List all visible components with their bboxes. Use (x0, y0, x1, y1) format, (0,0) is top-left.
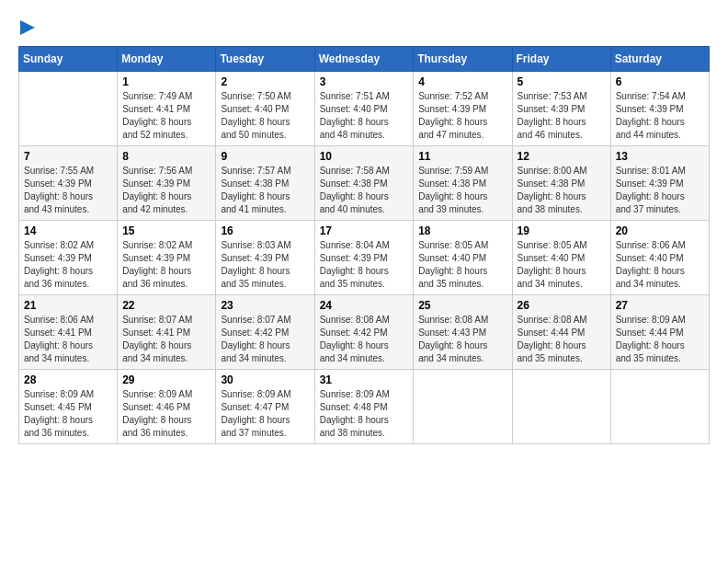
column-header-thursday: Thursday (414, 47, 512, 72)
calendar-cell: 9Sunrise: 7:57 AM Sunset: 4:38 PM Daylig… (216, 146, 314, 221)
day-number: 30 (221, 373, 309, 386)
day-number: 9 (221, 150, 309, 163)
day-number: 24 (320, 299, 409, 312)
calendar-cell: 25Sunrise: 8:08 AM Sunset: 4:43 PM Dayli… (414, 295, 512, 370)
day-number: 19 (518, 224, 606, 237)
day-info: Sunrise: 8:08 AM Sunset: 4:42 PM Dayligh… (320, 314, 409, 365)
day-info: Sunrise: 7:54 AM Sunset: 4:39 PM Dayligh… (616, 90, 704, 142)
day-info: Sunrise: 8:04 AM Sunset: 4:39 PM Dayligh… (320, 239, 409, 291)
calendar-cell: 2Sunrise: 7:50 AM Sunset: 4:40 PM Daylig… (216, 72, 314, 146)
calendar-cell: 4Sunrise: 7:52 AM Sunset: 4:39 PM Daylig… (414, 72, 512, 146)
day-number: 10 (320, 150, 409, 163)
svg-marker-0 (20, 20, 35, 35)
calendar-cell: 21Sunrise: 8:06 AM Sunset: 4:41 PM Dayli… (19, 295, 118, 370)
calendar-cell: 16Sunrise: 8:03 AM Sunset: 4:39 PM Dayli… (216, 221, 314, 295)
day-info: Sunrise: 8:07 AM Sunset: 4:42 PM Dayligh… (221, 314, 309, 365)
day-number: 6 (616, 75, 704, 88)
calendar-cell: 29Sunrise: 8:09 AM Sunset: 4:46 PM Dayli… (118, 370, 216, 444)
day-info: Sunrise: 7:52 AM Sunset: 4:39 PM Dayligh… (418, 90, 506, 142)
calendar-cell: 12Sunrise: 8:00 AM Sunset: 4:38 PM Dayli… (512, 146, 610, 221)
day-info: Sunrise: 8:03 AM Sunset: 4:39 PM Dayligh… (221, 239, 309, 291)
day-number: 5 (518, 75, 606, 88)
calendar-cell: 31Sunrise: 8:09 AM Sunset: 4:48 PM Dayli… (314, 370, 414, 444)
logo-icon (18, 18, 37, 37)
day-number: 20 (616, 224, 704, 237)
page-header (18, 18, 710, 37)
calendar-cell: 7Sunrise: 7:55 AM Sunset: 4:39 PM Daylig… (19, 146, 118, 221)
calendar-cell: 14Sunrise: 8:02 AM Sunset: 4:39 PM Dayli… (19, 221, 118, 295)
calendar-week-5: 28Sunrise: 8:09 AM Sunset: 4:45 PM Dayli… (19, 370, 710, 444)
calendar-cell: 19Sunrise: 8:05 AM Sunset: 4:40 PM Dayli… (512, 221, 610, 295)
day-info: Sunrise: 7:59 AM Sunset: 4:38 PM Dayligh… (418, 165, 506, 216)
day-info: Sunrise: 8:01 AM Sunset: 4:39 PM Dayligh… (616, 165, 704, 216)
day-number: 18 (418, 224, 506, 237)
day-info: Sunrise: 8:09 AM Sunset: 4:44 PM Dayligh… (616, 314, 704, 365)
day-info: Sunrise: 8:06 AM Sunset: 4:40 PM Dayligh… (616, 239, 704, 291)
logo (18, 18, 37, 37)
calendar-cell: 10Sunrise: 7:58 AM Sunset: 4:38 PM Dayli… (314, 146, 414, 221)
day-info: Sunrise: 7:58 AM Sunset: 4:38 PM Dayligh… (320, 165, 409, 216)
day-number: 4 (418, 75, 506, 88)
day-number: 7 (24, 150, 112, 163)
column-header-sunday: Sunday (19, 47, 118, 72)
day-number: 29 (122, 373, 210, 386)
calendar-cell (19, 72, 118, 146)
day-number: 8 (122, 150, 210, 163)
day-info: Sunrise: 8:02 AM Sunset: 4:39 PM Dayligh… (24, 239, 112, 291)
calendar-week-2: 7Sunrise: 7:55 AM Sunset: 4:39 PM Daylig… (19, 146, 710, 221)
day-info: Sunrise: 7:53 AM Sunset: 4:39 PM Dayligh… (518, 90, 606, 142)
calendar-cell: 5Sunrise: 7:53 AM Sunset: 4:39 PM Daylig… (512, 72, 610, 146)
calendar-cell (414, 370, 512, 444)
day-number: 21 (24, 299, 112, 312)
day-number: 31 (320, 373, 409, 386)
day-number: 23 (221, 299, 309, 312)
day-number: 2 (221, 75, 309, 88)
day-info: Sunrise: 8:09 AM Sunset: 4:45 PM Dayligh… (24, 388, 112, 440)
calendar-cell: 6Sunrise: 7:54 AM Sunset: 4:39 PM Daylig… (610, 72, 709, 146)
day-info: Sunrise: 8:06 AM Sunset: 4:41 PM Dayligh… (24, 314, 112, 365)
calendar-table: SundayMondayTuesdayWednesdayThursdayFrid… (18, 46, 710, 444)
day-info: Sunrise: 8:00 AM Sunset: 4:38 PM Dayligh… (518, 165, 606, 216)
day-info: Sunrise: 8:07 AM Sunset: 4:41 PM Dayligh… (122, 314, 210, 365)
calendar-cell: 20Sunrise: 8:06 AM Sunset: 4:40 PM Dayli… (610, 221, 709, 295)
day-info: Sunrise: 7:56 AM Sunset: 4:39 PM Dayligh… (122, 165, 210, 216)
calendar-cell: 27Sunrise: 8:09 AM Sunset: 4:44 PM Dayli… (610, 295, 709, 370)
day-info: Sunrise: 8:08 AM Sunset: 4:44 PM Dayligh… (518, 314, 606, 365)
column-header-saturday: Saturday (610, 47, 709, 72)
day-number: 28 (24, 373, 112, 386)
day-info: Sunrise: 8:02 AM Sunset: 4:39 PM Dayligh… (122, 239, 210, 291)
day-info: Sunrise: 8:05 AM Sunset: 4:40 PM Dayligh… (518, 239, 606, 291)
calendar-header-row: SundayMondayTuesdayWednesdayThursdayFrid… (19, 47, 710, 72)
day-number: 11 (418, 150, 506, 163)
calendar-week-4: 21Sunrise: 8:06 AM Sunset: 4:41 PM Dayli… (19, 295, 710, 370)
day-info: Sunrise: 8:05 AM Sunset: 4:40 PM Dayligh… (418, 239, 506, 291)
calendar-cell: 23Sunrise: 8:07 AM Sunset: 4:42 PM Dayli… (216, 295, 314, 370)
calendar-cell: 15Sunrise: 8:02 AM Sunset: 4:39 PM Dayli… (118, 221, 216, 295)
day-number: 25 (418, 299, 506, 312)
day-info: Sunrise: 8:08 AM Sunset: 4:43 PM Dayligh… (418, 314, 506, 365)
calendar-cell (512, 370, 610, 444)
column-header-tuesday: Tuesday (216, 47, 314, 72)
calendar-cell: 18Sunrise: 8:05 AM Sunset: 4:40 PM Dayli… (414, 221, 512, 295)
day-number: 17 (320, 224, 409, 237)
day-info: Sunrise: 7:51 AM Sunset: 4:40 PM Dayligh… (320, 90, 409, 142)
day-number: 1 (122, 75, 210, 88)
calendar-week-1: 1Sunrise: 7:49 AM Sunset: 4:41 PM Daylig… (19, 72, 710, 146)
day-info: Sunrise: 8:09 AM Sunset: 4:47 PM Dayligh… (221, 388, 309, 440)
day-number: 22 (122, 299, 210, 312)
day-info: Sunrise: 7:55 AM Sunset: 4:39 PM Dayligh… (24, 165, 112, 216)
calendar-cell: 22Sunrise: 8:07 AM Sunset: 4:41 PM Dayli… (118, 295, 216, 370)
day-number: 14 (24, 224, 112, 237)
day-number: 13 (616, 150, 704, 163)
day-info: Sunrise: 7:50 AM Sunset: 4:40 PM Dayligh… (221, 90, 309, 142)
day-info: Sunrise: 8:09 AM Sunset: 4:46 PM Dayligh… (122, 388, 210, 440)
calendar-cell: 3Sunrise: 7:51 AM Sunset: 4:40 PM Daylig… (314, 72, 414, 146)
column-header-monday: Monday (118, 47, 216, 72)
day-info: Sunrise: 7:57 AM Sunset: 4:38 PM Dayligh… (221, 165, 309, 216)
calendar-cell: 17Sunrise: 8:04 AM Sunset: 4:39 PM Dayli… (314, 221, 414, 295)
calendar-cell: 1Sunrise: 7:49 AM Sunset: 4:41 PM Daylig… (118, 72, 216, 146)
calendar-cell: 8Sunrise: 7:56 AM Sunset: 4:39 PM Daylig… (118, 146, 216, 221)
column-header-wednesday: Wednesday (314, 47, 414, 72)
calendar-cell: 24Sunrise: 8:08 AM Sunset: 4:42 PM Dayli… (314, 295, 414, 370)
day-number: 26 (518, 299, 606, 312)
